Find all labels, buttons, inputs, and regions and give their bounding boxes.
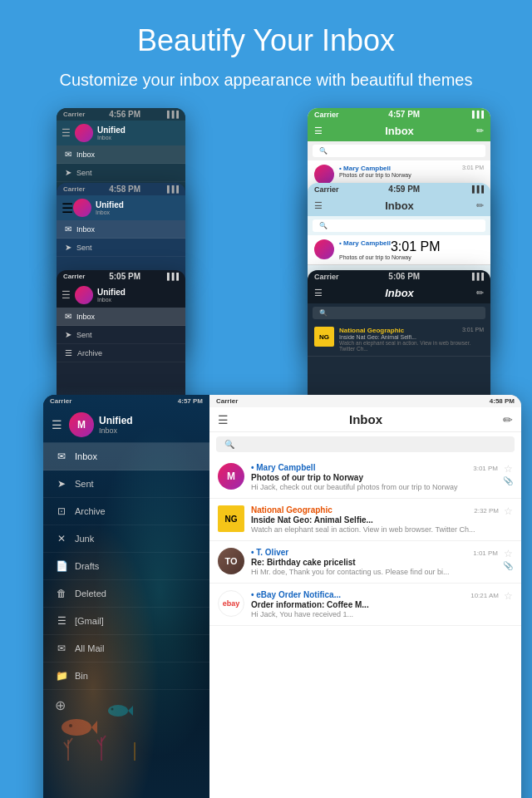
email-content-mary: • Mary Campbell 3:01 PM Photos of our tr… [251,463,498,491]
phone6-sender-avatar: NG [314,327,334,347]
email-content-ebay: • eBay Order Notifica... 10:21 AM Order … [251,590,499,618]
phone7-sidebar-drafts[interactable]: 📄 Drafts [43,553,209,580]
phone5-sent-item[interactable]: ➤ Sent [57,326,185,344]
phone1-account: Unified Inbox [97,126,126,140]
phone7-sidebar-content: Carrier 4:57 PM ☰ M Unified Inbox ✉ [43,395,209,721]
svg-point-2 [69,724,72,727]
phone6-menu-icon: ☰ [314,288,323,298]
phone7-sent-icon: ➤ [55,478,68,490]
phone2-sender-avatar [314,165,334,185]
phone1-sent-item[interactable]: ➤ Sent [57,164,185,182]
phone1-status: Carrier 4:56 PM ▐▐▐ [57,108,185,121]
phone5-inbox-icon: ✉ [65,312,71,321]
email-item-ebay[interactable]: ebay • eBay Order Notifica... 10:21 AM O… [209,584,521,626]
phone7-menu-btn[interactable]: ☰ [218,413,229,426]
phones-container: Carrier 4:56 PM ▐▐▐ ☰ Unified Inbox ✉ In… [0,108,532,756]
phone2-status: Carrier 4:57 PM ▐▐▐ [308,108,490,121]
email-star-toliver[interactable]: ☆ [504,548,513,559]
phone6-compose-icon: ✏ [476,288,484,298]
phone1-inbox-icon: ✉ [65,150,71,159]
phone4-search[interactable]: 🔍 [313,219,485,232]
phone7-sidebar-junk[interactable]: ✕ Junk [43,525,209,553]
phone3-sidebar-header: ☰ Unified Inbox [57,195,185,220]
email-actions-toliver: ☆ 📎 [503,548,513,570]
phone7-deleted-icon: 🗑 [55,588,68,599]
phone7-sidebar-deleted[interactable]: 🗑 Deleted [43,580,209,608]
phone5-inbox-item[interactable]: ✉ Inbox [57,308,185,326]
phone7-inbox-header: ☰ Inbox ✏ [209,407,521,432]
phone7-sidebar-inbox[interactable]: ✉ Inbox [43,443,209,470]
phone7-allmail-icon: ✉ [55,643,68,654]
email-avatar-natgeo: NG [218,505,244,532]
phone7-add-account[interactable]: ⊕ [43,690,209,721]
phone4-inbox-header: ☰ Inbox ✏ [308,195,490,216]
phone6-inbox-header: ☰ Inbox ✏ [308,283,490,303]
email-attach-mary: 📎 [503,476,513,485]
phone6-email-content: National Geographic 3:01 PM Inside Nat G… [339,327,484,352]
phone7-right-status: Carrier 4:58 PM [209,395,521,407]
phone7-add-icon: ⊕ [55,697,66,713]
phone3-hamburger-icon: ☰ [62,200,73,216]
email-item-natgeo[interactable]: NG National Geographic 2:32 PM Inside Na… [209,499,521,541]
phone2-search[interactable]: 🔍 [313,145,485,157]
phone4-compose-icon: ✏ [476,200,484,211]
phone3-sent-icon: ➤ [65,243,71,252]
phone4-email-content: • Mary Campbell 3:01 PM Photos of our tr… [339,239,441,260]
phone7-sidebar: Carrier 4:57 PM ☰ M Unified Inbox ✉ [43,395,209,798]
email-star-ebay[interactable]: ☆ [504,590,513,602]
phone7-search-bar[interactable]: 🔍 [216,436,515,452]
phone7-search-icon: 🔍 [224,440,234,449]
phone3-inbox-icon: ✉ [65,224,71,234]
phone4-sender-avatar [314,239,334,259]
phone-7-main: Carrier 4:57 PM ☰ M Unified Inbox ✉ [43,395,521,798]
phone1-inbox-item[interactable]: ✉ Inbox [57,145,185,164]
phone7-hamburger-icon[interactable]: ☰ [52,418,62,431]
phone3-account: Unified Inbox [96,200,124,215]
email-avatar-mary: M [218,463,244,490]
phone7-user-avatar: M [69,412,94,437]
phone7-sidebar-bin[interactable]: 📁 Bin [43,663,209,690]
email-actions-ebay: ☆ [504,590,513,602]
phone6-email-item[interactable]: NG National Geographic 3:01 PM Inside Na… [308,323,490,357]
phone3-inbox-item[interactable]: ✉ Inbox [57,220,185,239]
phone7-compose-btn[interactable]: ✏ [503,413,513,426]
phone1-avatar [75,124,93,142]
phone1-sidebar-header: ☰ Unified Inbox [57,121,185,145]
svg-point-0 [62,719,91,736]
phone7-archive-icon: ⊡ [55,505,68,517]
phone7-gmail-icon: ☰ [55,615,68,627]
email-attach-toliver: 📎 [503,561,513,570]
header: Beautify Your Inbox Customize your inbox… [0,0,532,108]
email-item-toliver[interactable]: TO • T. Oliver 1:01 PM Re: Birthday cake… [209,541,521,584]
phone7-sidebar-sent[interactable]: ➤ Sent [43,470,209,498]
phone7-email-list: M • Mary Campbell 3:01 PM Photos of our … [209,456,521,798]
email-item-mary[interactable]: M • Mary Campbell 3:01 PM Photos of our … [209,456,521,499]
phone7-sidebar-allmail[interactable]: ✉ All Mail [43,635,209,663]
phone3-status: Carrier 4:58 PM ▐▐▐ [57,183,185,195]
phone6-search[interactable]: 🔍 [313,307,485,319]
phone3-avatar [73,199,91,217]
phone7-account-info: Unified Inbox [99,415,133,435]
main-title: Beautify Your Inbox [33,23,499,58]
phone5-account: Unified Inbox [97,288,126,303]
svg-marker-1 [91,721,97,734]
phone6-status: Carrier 5:06 PM ▐▐▐ [308,270,490,283]
phone7-sidebar-archive[interactable]: ⊡ Archive [43,498,209,525]
phone7-sidebar-gmail[interactable]: ☰ [Gmail] [43,608,209,635]
phone2-compose-icon: ✏ [476,126,484,136]
phone4-status: Carrier 4:59 PM ▐▐▐ [308,183,490,195]
phone1-sent-icon: ➤ [65,168,71,177]
phone7-emaillist: Carrier 4:58 PM ☰ Inbox ✏ 🔍 M [209,395,521,798]
email-star-natgeo[interactable]: ☆ [504,505,513,517]
email-actions-natgeo: ☆ [504,505,513,517]
email-content-natgeo: National Geographic 2:32 PM Inside Nat G… [251,505,499,534]
phone7-bin-icon: 📁 [55,670,68,682]
phone7-inbox-icon: ✉ [55,451,68,462]
phone3-sent-item[interactable]: ➤ Sent [57,239,185,257]
phone2-email-content: • Mary Campbell 3:01 PM Photos of our tr… [339,165,484,185]
email-star-mary[interactable]: ☆ [504,463,513,475]
phone7-sidebar-header: ☰ M Unified Inbox [43,407,209,443]
phone5-archive-item[interactable]: ☰ Archive [57,344,185,362]
phone4-email-item[interactable]: • Mary Campbell 3:01 PM Photos of our tr… [308,235,490,265]
phone4-menu-icon: ☰ [314,200,323,211]
